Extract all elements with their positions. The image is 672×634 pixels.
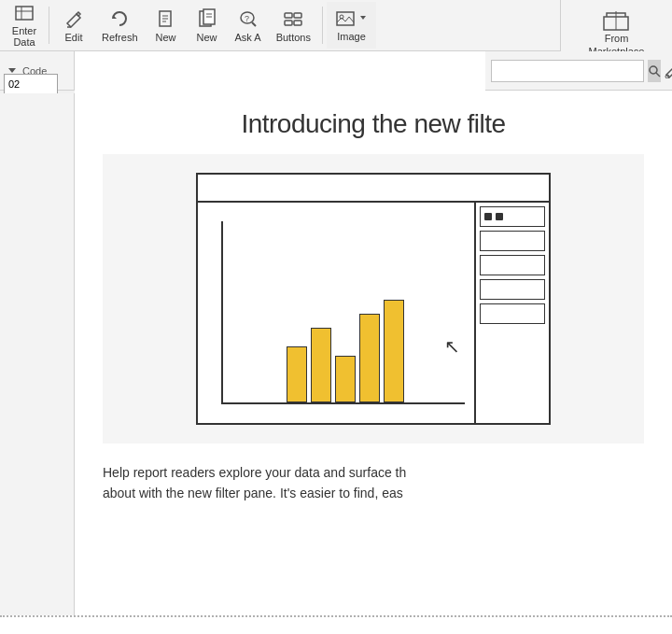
article-body: Help report readers explore your data an… [75,444,672,514]
svg-marker-21 [360,16,366,20]
paint-icon [665,63,672,78]
refresh-label: Refresh [102,32,138,43]
svg-marker-24 [8,68,16,73]
bar-3 [335,356,356,402]
search-bar [485,51,672,91]
paint-button[interactable] [665,60,672,82]
edit-icon [63,7,85,30]
buttons-button[interactable]: Buttons [269,2,318,49]
filter-dot [484,213,492,220]
left-panel [0,93,75,615]
bar-4 [359,314,380,402]
pbi-filter-panel [474,203,549,423]
ask-a-label: Ask A [235,32,261,43]
separator-2 [322,7,323,44]
filter-row-2 [480,255,545,275]
svg-rect-17 [285,21,292,25]
new-button-1[interactable]: New [146,2,187,49]
refresh-icon [108,7,131,30]
svg-rect-15 [285,13,292,18]
separator-1 [49,7,49,44]
search-button[interactable] [648,60,661,82]
buttons-label: Buttons [276,32,311,43]
refresh-button[interactable]: Refresh [94,2,146,49]
svg-point-25 [650,66,657,74]
cursor-indicator: ↖ [444,335,460,358]
main-content: Introducing the new filte [75,51,672,615]
svg-rect-18 [294,21,301,25]
new-button-2[interactable]: New [187,2,228,49]
image-label: Image [337,31,366,42]
chart-axis-x [221,402,465,404]
new-icon-1 [155,7,177,30]
svg-rect-0 [16,7,33,20]
search-icon [648,64,661,77]
article-title: Introducing the new filte [75,91,672,154]
filter-row-4 [480,303,545,324]
filter-row-header [480,206,545,227]
article-text-2: about with the new filter pane. It's eas… [103,483,644,503]
buttons-icon [282,7,304,30]
image-icon-row [335,8,368,29]
from-marketplace-icon [602,9,630,32]
bar-2 [311,328,331,402]
enter-data-label2: Data [13,36,35,48]
ask-a-button[interactable]: ? Ask A [228,2,269,49]
filter-dot-2 [496,213,503,220]
new-label-2: New [197,32,217,43]
edit-label: Edit [65,32,83,43]
edit-button[interactable]: Edit [53,2,94,49]
new-icon-2 [196,7,218,30]
pbi-title-bar [198,175,549,203]
pbi-mockup: ↖ [196,173,551,425]
enter-data-button[interactable]: Enter Data [4,2,45,49]
filter-row-3 [480,279,545,300]
filter-row-1 [480,231,545,251]
svg-text:?: ? [245,14,249,23]
pbi-chart-area [198,203,474,423]
image-button[interactable]: Image [327,2,376,49]
bottom-border [0,615,672,634]
bar-group [226,300,465,402]
illustration-container: ↖ [103,154,644,444]
code-input[interactable] [4,74,58,94]
svg-rect-16 [294,13,301,18]
bar-5 [384,300,404,402]
search-input[interactable] [491,60,644,82]
chart-axis-y [221,221,223,404]
enter-data-icon [13,3,35,23]
enter-data-label: Enter [12,25,36,36]
svg-line-26 [656,73,660,77]
article-area: Introducing the new filte [75,91,672,615]
new-label-1: New [156,32,176,43]
ask-a-icon: ? [237,7,259,30]
article-text-1: Help report readers explore your data an… [103,462,644,483]
bar-1 [287,346,307,402]
